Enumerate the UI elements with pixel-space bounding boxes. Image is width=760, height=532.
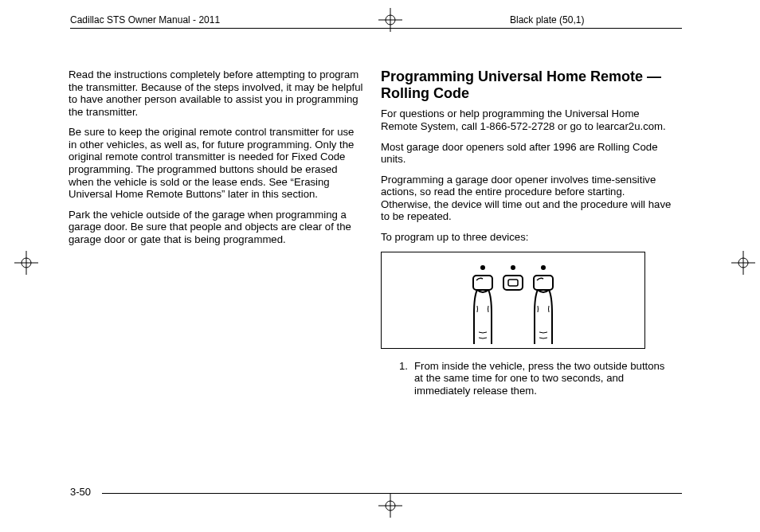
header-rule	[70, 28, 682, 29]
step-1: 1. From inside the vehicle, press the tw…	[390, 360, 676, 397]
figure-press-outer-buttons	[381, 252, 645, 349]
header-left-text: Cadillac STS Owner Manual - 2011	[70, 14, 220, 25]
svg-point-12	[480, 265, 485, 270]
right-para-1: For questions or help programming the Un…	[381, 108, 676, 132]
svg-rect-16	[503, 276, 523, 290]
registration-mark-bottom-icon	[378, 494, 402, 518]
right-para-2: Most garage door openers sold after 1996…	[381, 141, 676, 166]
footer-rule	[102, 493, 682, 494]
right-para-4: To program up to three devices:	[381, 231, 676, 244]
step-1-text: From inside the vehicle, press the two o…	[414, 360, 676, 397]
svg-rect-17	[534, 276, 553, 290]
right-column: Programming Universal Home Remote — Roll…	[381, 68, 676, 401]
section-heading: Programming Universal Home Remote — Roll…	[381, 68, 676, 101]
manual-page: Cadillac STS Owner Manual - 2011 Black p…	[0, 0, 760, 532]
header-right-text: Black plate (50,1)	[510, 14, 584, 25]
registration-mark-left-icon	[14, 251, 38, 275]
svg-rect-18	[508, 280, 518, 286]
left-para-3: Park the vehicle outside of the garage w…	[69, 209, 363, 246]
left-column: Read the instructions completely before …	[69, 68, 363, 254]
step-1-number: 1.	[390, 360, 414, 397]
hands-pressing-buttons-icon	[433, 256, 593, 344]
left-para-2: Be sure to keep the original remote cont…	[69, 126, 363, 200]
svg-point-13	[511, 265, 515, 270]
page-number: 3-50	[70, 486, 91, 498]
svg-point-14	[541, 265, 546, 270]
registration-mark-right-icon	[731, 251, 755, 275]
left-para-1: Read the instructions completely before …	[69, 68, 363, 118]
svg-rect-15	[473, 276, 492, 290]
right-para-3: Programming a garage door opener involve…	[381, 174, 676, 223]
